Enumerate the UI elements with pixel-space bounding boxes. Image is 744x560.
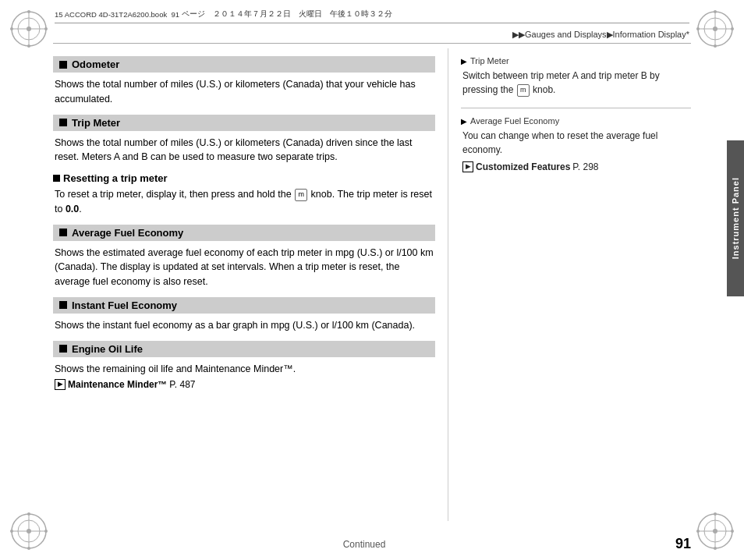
svg-point-24 — [27, 547, 30, 550]
reset-trip-icon — [53, 175, 60, 182]
right-trip-icon: ▶ — [461, 57, 467, 66]
right-avg-fuel-body: You can change when to reset the average… — [461, 129, 691, 174]
ref-icon: ▶ — [55, 379, 66, 390]
reset-trip-text1: To reset a trip meter, display it, then … — [55, 189, 292, 200]
svg-point-23 — [27, 512, 30, 516]
engine-oil-text: Shows the remaining oil life and Mainten… — [55, 362, 434, 377]
instant-fuel-title: Instant Fuel Economy — [72, 299, 177, 311]
right-trip-body: Switch between trip meter A and trip met… — [461, 69, 691, 97]
breadcrumb: ▶▶Gauges and Displays▶Information Displa… — [512, 30, 689, 40]
footer: Continued 91 — [53, 536, 691, 552]
instant-fuel-header-icon — [59, 301, 67, 309]
side-tab-label: Instrument Panel — [731, 177, 740, 259]
customized-features-icon: ▶ — [462, 161, 473, 172]
corner-decoration-br — [694, 510, 736, 552]
trip-meter-body: Shows the total number of miles (U.S.) o… — [53, 136, 435, 165]
meta-date: ページ ２０１４年７月２２日 火曜日 午後１０時３２分 — [182, 9, 392, 19]
svg-point-26 — [44, 530, 48, 533]
meta-filename: 15 ACCORD 4D-31T2A6200.book — [55, 10, 167, 19]
engine-oil-header-icon — [59, 345, 67, 353]
right-column: ▶ Trip Meter Switch between trip meter A… — [448, 48, 691, 521]
right-divider — [461, 108, 691, 108]
customized-features-label: Customized Features — [476, 160, 570, 174]
avg-fuel-header: Average Fuel Economy — [53, 225, 435, 241]
svg-point-5 — [27, 10, 30, 13]
svg-point-16 — [696, 27, 700, 30]
trip-meter-header: Trip Meter — [53, 115, 435, 131]
odometer-header: Odometer — [53, 56, 435, 73]
avg-fuel-body: Shows the estimated average fuel economy… — [53, 246, 435, 289]
customized-features-page: P. 298 — [572, 160, 598, 174]
maintenance-minder-page: P. 487 — [169, 377, 195, 392]
odometer-text: Shows the total number of miles (U.S.) o… — [55, 79, 416, 105]
svg-point-15 — [714, 44, 717, 48]
right-trip-header: ▶ Trip Meter — [461, 56, 691, 66]
reset-trip-subheader: Resetting a trip meter — [53, 172, 435, 184]
right-avg-fuel-header: ▶ Average Fuel Economy — [461, 116, 691, 126]
instant-fuel-text: Shows the instant fuel economy as a bar … — [55, 320, 415, 331]
left-column: Odometer Shows the total number of miles… — [53, 48, 435, 521]
footer-continued: Continued — [343, 539, 386, 550]
instrument-panel-side-tab: Instrument Panel — [727, 140, 744, 296]
svg-point-8 — [44, 27, 48, 30]
meta-page: 91 — [171, 10, 179, 19]
breadcrumb-part1: Gauges and Displays — [525, 30, 607, 39]
trip-meter-header-icon — [59, 119, 67, 126]
svg-point-13 — [713, 27, 717, 31]
breadcrumb-sep1: ▶ — [607, 30, 613, 39]
svg-point-25 — [10, 530, 13, 533]
right-avg-fuel-icon: ▶ — [461, 117, 467, 126]
instant-fuel-body: Shows the instant fuel economy as a bar … — [53, 318, 435, 333]
right-trip-label: Trip Meter — [470, 56, 509, 66]
reset-trip-text3: . — [79, 204, 81, 214]
engine-oil-header: Engine Oil Life — [53, 341, 435, 357]
trip-meter-text: Shows the total number of miles (U.S.) o… — [55, 137, 413, 163]
engine-oil-body: Shows the remaining oil life and Mainten… — [53, 362, 435, 392]
breadcrumb-part2: Information Display* — [613, 30, 689, 39]
reset-value: 0.0 — [66, 204, 79, 214]
right-trip-section: ▶ Trip Meter Switch between trip meter A… — [461, 56, 691, 97]
engine-oil-title: Engine Oil Life — [72, 343, 143, 355]
svg-point-33 — [714, 547, 717, 550]
svg-point-4 — [27, 27, 31, 31]
right-avg-fuel-section: ▶ Average Fuel Economy You can change wh… — [461, 116, 691, 174]
svg-point-17 — [731, 27, 734, 30]
corner-decoration-bl — [8, 510, 50, 552]
right-knob-icon: m — [517, 84, 530, 97]
right-avg-fuel-label: Average Fuel Economy — [470, 116, 559, 126]
svg-point-34 — [696, 530, 700, 533]
right-trip-text1: Switch between trip meter A and trip met… — [462, 70, 660, 95]
svg-point-32 — [714, 512, 717, 516]
reset-trip-body: To reset a trip meter, display it, then … — [53, 187, 435, 217]
svg-point-6 — [27, 44, 30, 48]
customized-features-link: ▶ Customized Features P. 298 — [462, 160, 599, 174]
header-rule — [53, 43, 691, 44]
avg-fuel-header-icon — [59, 229, 67, 236]
knob-icon: m — [295, 189, 307, 201]
main-content: Odometer Shows the total number of miles… — [53, 48, 691, 521]
page-number: 91 — [675, 536, 691, 552]
svg-point-22 — [27, 529, 31, 533]
odometer-header-icon — [59, 61, 67, 69]
right-avg-fuel-text: You can change when to reset the average… — [462, 129, 691, 157]
odometer-title: Odometer — [72, 58, 119, 70]
trip-meter-title: Trip Meter — [72, 117, 120, 129]
top-meta-bar: 15 ACCORD 4D-31T2A6200.book 91 ページ ２０１４年… — [55, 9, 689, 23]
corner-decoration-tl — [8, 8, 50, 50]
svg-point-35 — [731, 530, 734, 533]
svg-point-7 — [10, 27, 13, 30]
avg-fuel-text: Shows the estimated average fuel economy… — [55, 247, 434, 288]
svg-point-14 — [714, 10, 717, 13]
odometer-body: Shows the total number of miles (U.S.) o… — [53, 77, 435, 107]
corner-decoration-tr — [694, 8, 736, 50]
breadcrumb-prefix: ▶▶ — [512, 30, 525, 39]
maintenance-minder-label: Maintenance Minder™ — [68, 377, 167, 392]
instant-fuel-header: Instant Fuel Economy — [53, 297, 435, 314]
right-trip-text2: knob. — [533, 84, 555, 95]
reset-trip-label: Resetting a trip meter — [63, 172, 168, 184]
maintenance-minder-ref: ▶ Maintenance Minder™ P. 487 — [55, 377, 196, 392]
svg-point-31 — [713, 529, 717, 533]
avg-fuel-title: Average Fuel Economy — [72, 227, 183, 239]
